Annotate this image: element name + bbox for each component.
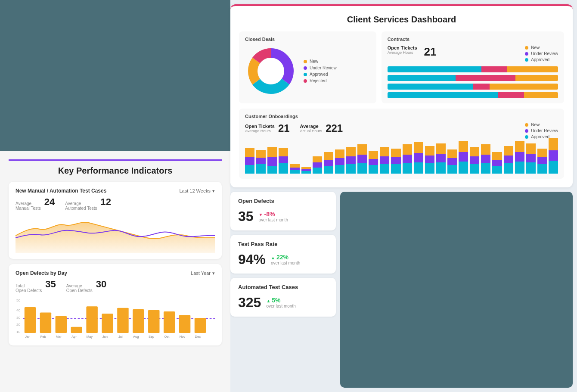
arrow-up-icon bbox=[271, 254, 275, 261]
defects-avg-label: Average bbox=[66, 283, 93, 288]
donut-legend: New Under Review Approved Rejected bbox=[304, 59, 337, 83]
open-defects-period: over last month bbox=[259, 218, 288, 222]
svg-rect-10 bbox=[86, 306, 97, 333]
defects-total-sublabel: Open Defects bbox=[16, 288, 42, 293]
open-defects-row: 35 -8% over last month bbox=[238, 208, 328, 224]
onboarding-card: Customer Onboardings Open Tickets Averag… bbox=[239, 109, 564, 179]
defects-avg-sublabel: Open Defects bbox=[66, 288, 93, 293]
avg-auto-group: Average Automated Tests 12 bbox=[65, 196, 111, 211]
ob-bar bbox=[403, 144, 412, 174]
svg-text:Aug: Aug bbox=[133, 335, 139, 338]
under-review-dot bbox=[304, 66, 307, 70]
contracts-ot-value: 21 bbox=[424, 45, 437, 59]
ob-legend-new: New bbox=[525, 122, 558, 127]
defects-total-group: Total Open Defects 35 bbox=[16, 279, 56, 293]
ob-bar bbox=[369, 151, 378, 174]
svg-text:50: 50 bbox=[16, 299, 21, 302]
legend-rejected: Rejected bbox=[304, 78, 337, 83]
ob-bar bbox=[301, 167, 311, 174]
test-cases-card: New Manual / Automation Test Cases Last … bbox=[9, 182, 222, 259]
automated-test-cases-pct: 5% bbox=[266, 297, 295, 304]
ob-bar bbox=[515, 141, 524, 174]
svg-rect-14 bbox=[148, 310, 159, 333]
svg-rect-13 bbox=[133, 309, 144, 333]
open-defects-pct: -8% bbox=[259, 211, 288, 218]
ob-bar bbox=[290, 164, 299, 174]
test-pass-rate-change: 22% over last month bbox=[271, 254, 300, 265]
ob-bar bbox=[324, 152, 333, 174]
ob-bar bbox=[470, 147, 479, 174]
chevron-down-icon: ▾ bbox=[212, 188, 215, 194]
arrow-up-icon-2 bbox=[266, 297, 270, 304]
automated-test-cases-period: over last month bbox=[266, 304, 295, 308]
contracts-ot-label: Open Tickets bbox=[388, 45, 417, 50]
svg-rect-11 bbox=[102, 314, 113, 333]
ob-bar bbox=[380, 147, 389, 174]
automated-test-cases-title: Automated Test Cases bbox=[238, 284, 328, 290]
svg-rect-15 bbox=[164, 311, 175, 333]
contracts-bar-3 bbox=[388, 84, 558, 90]
open-defects-change: -8% over last month bbox=[259, 211, 288, 222]
svg-rect-8 bbox=[56, 316, 67, 333]
line-chart bbox=[16, 214, 215, 253]
stats-column: Open Defects 35 -8% over last month Test… bbox=[230, 192, 336, 388]
defects-metrics: Total Open Defects 35 Average Open Defec… bbox=[16, 279, 215, 293]
avg-auto-label: Average bbox=[65, 201, 97, 206]
onboarding-bars bbox=[245, 143, 558, 174]
ob-bar bbox=[391, 149, 400, 174]
closed-deals-title: Closed Deals bbox=[245, 37, 370, 42]
svg-rect-6 bbox=[25, 307, 36, 333]
top-teal-area bbox=[0, 0, 230, 151]
contracts-legend: New Under Review Approved bbox=[525, 45, 558, 62]
bottom-teal-area bbox=[340, 192, 573, 388]
ob-bar bbox=[436, 143, 446, 174]
test-pass-rate-card: Test Pass Rate 94% 22% over last month bbox=[230, 235, 336, 274]
dashboard-top-row: Closed Deals bbox=[239, 31, 564, 103]
legend-new: New bbox=[304, 59, 337, 64]
ob-bar bbox=[459, 141, 468, 174]
ob-bar bbox=[313, 156, 322, 174]
avg-manual-group: Average Manual Tests 24 bbox=[16, 196, 55, 211]
avg-manual-value: 24 bbox=[44, 196, 55, 208]
defects-avg-value: 30 bbox=[96, 279, 106, 290]
test-cases-filter[interactable]: Last 12 Weeks ▾ bbox=[179, 188, 215, 194]
donut-chart bbox=[245, 45, 297, 97]
ob-bar bbox=[481, 144, 490, 174]
donut-row: New Under Review Approved Rejected bbox=[245, 45, 370, 97]
svg-text:Apr: Apr bbox=[71, 335, 77, 338]
ob-bar bbox=[335, 149, 344, 174]
test-pass-rate-row: 94% 22% over last month bbox=[238, 252, 328, 268]
contracts-legend-approved: Approved bbox=[525, 57, 558, 62]
contracts-legend-new: New bbox=[525, 45, 558, 50]
ob-bar bbox=[279, 148, 288, 174]
defects-filter[interactable]: Last Year ▾ bbox=[191, 271, 215, 276]
svg-rect-7 bbox=[40, 313, 51, 333]
ob-bar bbox=[425, 146, 434, 174]
svg-rect-16 bbox=[179, 315, 190, 333]
dashboard-title: Client Services Dashboard bbox=[239, 15, 564, 25]
ob-avg-sublabel: Actual Hours bbox=[300, 129, 323, 133]
bottom-right-section: Open Defects 35 -8% over last month Test… bbox=[230, 192, 573, 388]
svg-text:Sep: Sep bbox=[149, 335, 154, 338]
open-defects-card: Open Defects 35 -8% over last month bbox=[230, 192, 336, 230]
contracts-ot-sublabel: Average Hours bbox=[388, 50, 417, 55]
svg-rect-12 bbox=[117, 308, 128, 333]
svg-text:Jul: Jul bbox=[118, 335, 123, 338]
defects-card: Open Defects by Day Last Year ▾ Total Op… bbox=[9, 264, 222, 345]
ob-avg-label: Average bbox=[300, 124, 323, 129]
svg-text:May: May bbox=[87, 335, 93, 338]
defects-header: Open Defects by Day Last Year ▾ bbox=[16, 270, 215, 276]
contracts-title: Contracts bbox=[388, 37, 558, 42]
svg-text:Jan: Jan bbox=[25, 335, 30, 338]
svg-text:10: 10 bbox=[16, 330, 21, 333]
contracts-card: Contracts Open Tickets Average Hours 21 … bbox=[382, 31, 564, 103]
onboarding-title: Customer Onboardings bbox=[245, 114, 558, 119]
legend-approved: Approved bbox=[304, 72, 337, 77]
contracts-bar-1 bbox=[388, 66, 558, 72]
chevron-down-icon: ▾ bbox=[212, 271, 215, 276]
svg-text:Nov: Nov bbox=[180, 335, 186, 338]
automated-test-cases-change: 5% over last month bbox=[266, 297, 295, 308]
svg-text:30: 30 bbox=[16, 316, 21, 319]
avg-manual-label: Average bbox=[16, 201, 41, 206]
ob-legend-under-review: Under Review bbox=[525, 128, 558, 133]
